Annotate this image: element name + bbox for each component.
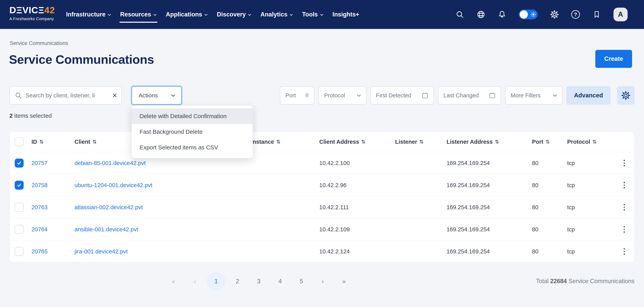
column-header-protocol[interactable]: Protocol⇅	[567, 139, 614, 145]
row-actions-kebab-icon[interactable]	[622, 246, 626, 256]
pagination-page-2[interactable]: 2	[228, 272, 247, 290]
filter-label: More Filters	[511, 92, 540, 99]
column-header-instance[interactable]: Instance⇅	[251, 139, 319, 145]
table-row: 20757 debian-85-001.device42.pvt 10.42.2…	[10, 152, 634, 174]
nav-item-label: Insights+	[332, 11, 359, 18]
globe-icon[interactable]	[477, 10, 485, 19]
selected-text: items selected	[13, 112, 52, 119]
device42-logo[interactable]: DΞVICΞ42 A Freshworks Company	[10, 5, 55, 21]
hash-icon: #	[306, 92, 309, 99]
nav-item-applications[interactable]: Applications	[166, 11, 208, 18]
filter-chip-first-detected[interactable]: First Detected	[370, 86, 434, 104]
column-header-id[interactable]: ID⇅	[32, 139, 74, 145]
pagination-first-button[interactable]: «	[164, 272, 183, 290]
column-header-listener-address[interactable]: Listener Address⇅	[446, 139, 532, 145]
pagination-prev-button[interactable]: ‹	[186, 272, 204, 290]
row-port: 80	[532, 160, 567, 166]
row-id-link[interactable]: 20763	[32, 204, 48, 210]
avatar[interactable]: A	[614, 8, 628, 21]
table-header-row: ID⇅ Client⇅ Instance⇅ Client Address⇅ Li…	[10, 132, 634, 152]
row-checkbox[interactable]	[15, 225, 24, 234]
filter-chip-port[interactable]: Port #	[280, 86, 314, 104]
actions-label: Actions	[138, 92, 158, 99]
filter-chip-protocol[interactable]: Protocol	[319, 86, 366, 104]
nav-item-label: Discovery	[217, 11, 246, 18]
row-checkbox[interactable]	[15, 181, 24, 190]
nav-item-tools[interactable]: Tools	[302, 11, 323, 18]
chevron-down-icon	[320, 14, 323, 16]
row-client-link[interactable]: ubuntu-1204-001.device42.pvt	[74, 182, 152, 188]
row-actions-kebab-icon[interactable]	[622, 158, 626, 168]
column-header-port[interactable]: Port⇅	[532, 139, 567, 145]
pagination-next-button[interactable]: ›	[314, 272, 332, 290]
menu-item-export-selected-csv[interactable]: Export Selected items as CSV	[132, 140, 252, 155]
row-checkbox[interactable]	[15, 203, 24, 212]
main-menu: Infrastructure Resources Applications Di…	[66, 0, 359, 29]
row-client-link[interactable]: ansible-001.device42.pvt	[74, 226, 138, 232]
pagination-last-button[interactable]: »	[335, 272, 353, 290]
row-listener-address: 169.254.169.254	[446, 248, 532, 255]
table-row: 20764 ansible-001.device42.pvt 10.42.2.1…	[10, 218, 634, 240]
row-id-link[interactable]: 20764	[32, 226, 48, 232]
page-title: Service Communications	[9, 52, 154, 66]
nav-item-discovery[interactable]: Discovery	[217, 11, 251, 18]
top-navigation: DΞVICΞ42 A Freshworks Company Infrastruc…	[0, 0, 644, 29]
sort-icon: ⇅	[546, 139, 550, 145]
nav-item-infrastructure[interactable]: Infrastructure	[66, 11, 111, 18]
column-header-client-address[interactable]: Client Address⇅	[319, 139, 395, 145]
row-actions-kebab-icon[interactable]	[622, 202, 626, 212]
filter-chip-more-filters[interactable]: More Filters	[505, 86, 562, 104]
search-icon[interactable]	[456, 10, 464, 19]
pagination-page-5[interactable]: 5	[292, 272, 311, 290]
table-row: 20763 atlassian-002.device42.pvt 10.42.2…	[10, 196, 634, 218]
row-client-link[interactable]: atlassian-002.device42.pvt	[74, 204, 143, 210]
nav-item-insights[interactable]: Insights+	[332, 11, 359, 18]
column-header-listener[interactable]: Listener⇅	[395, 139, 446, 145]
menu-item-delete-detailed-confirmation[interactable]: Delete with Detailed Confirmation	[132, 108, 252, 124]
row-id-link[interactable]: 20757	[32, 160, 48, 166]
actions-dropdown-button[interactable]: Actions	[132, 86, 182, 104]
help-icon[interactable]: ?	[571, 10, 580, 19]
row-protocol: tcp	[567, 204, 614, 210]
create-button[interactable]: Create	[595, 50, 632, 68]
advanced-button[interactable]: Advanced	[566, 86, 610, 104]
pagination-page-4[interactable]: 4	[271, 272, 289, 290]
nav-item-resources[interactable]: Resources	[120, 11, 157, 18]
theme-toggle[interactable]	[519, 10, 538, 19]
row-id-link[interactable]: 20765	[32, 248, 48, 254]
nav-item-analytics[interactable]: Analytics	[260, 11, 293, 18]
row-checkbox[interactable]	[15, 247, 24, 256]
row-client-link[interactable]: debian-85-001.device42.pvt	[74, 160, 146, 166]
search-input[interactable]	[26, 92, 109, 99]
row-client-link[interactable]: jira-001.device42.pvt	[74, 248, 128, 254]
menu-item-fast-background-delete[interactable]: Fast Background Delete	[132, 124, 252, 140]
filter-chip-last-changed[interactable]: Last Changed	[438, 86, 501, 104]
pagination-page-1[interactable]: 1	[207, 272, 226, 290]
filter-label: Port	[286, 92, 296, 99]
chevron-down-icon	[108, 14, 111, 16]
row-actions-kebab-icon[interactable]	[622, 224, 626, 234]
table-settings-gear-button[interactable]	[617, 86, 634, 104]
calendar-icon	[422, 92, 428, 99]
row-checkbox[interactable]	[15, 158, 24, 168]
row-listener-address: 169.254.169.254	[446, 204, 532, 210]
row-client-address: 10.42.2.96	[319, 182, 395, 188]
logo-wordmark: DΞVICΞ42	[10, 5, 55, 15]
row-client-address: 10.42.2.124	[319, 248, 395, 255]
settings-gear-icon[interactable]	[550, 10, 559, 19]
pagination-page-3[interactable]: 3	[250, 272, 268, 290]
selected-summary: 2 items selected	[10, 112, 52, 119]
service-communications-table: ID⇅ Client⇅ Instance⇅ Client Address⇅ Li…	[10, 132, 634, 262]
search-icon	[15, 92, 22, 99]
filter-label: First Detected	[376, 92, 411, 99]
table-row: 20758 ubuntu-1204-001.device42.pvt 10.42…	[10, 174, 634, 196]
breadcrumb[interactable]: Service Communications	[10, 40, 68, 46]
row-protocol: tcp	[567, 182, 614, 188]
bookmark-icon[interactable]	[592, 10, 601, 19]
select-all-checkbox[interactable]	[15, 137, 24, 146]
clear-search-icon[interactable]: ×	[112, 91, 117, 100]
row-id-link[interactable]: 20758	[32, 182, 48, 188]
bell-icon[interactable]	[498, 10, 506, 19]
row-actions-kebab-icon[interactable]	[622, 180, 626, 190]
sort-icon: ⇅	[592, 139, 597, 145]
